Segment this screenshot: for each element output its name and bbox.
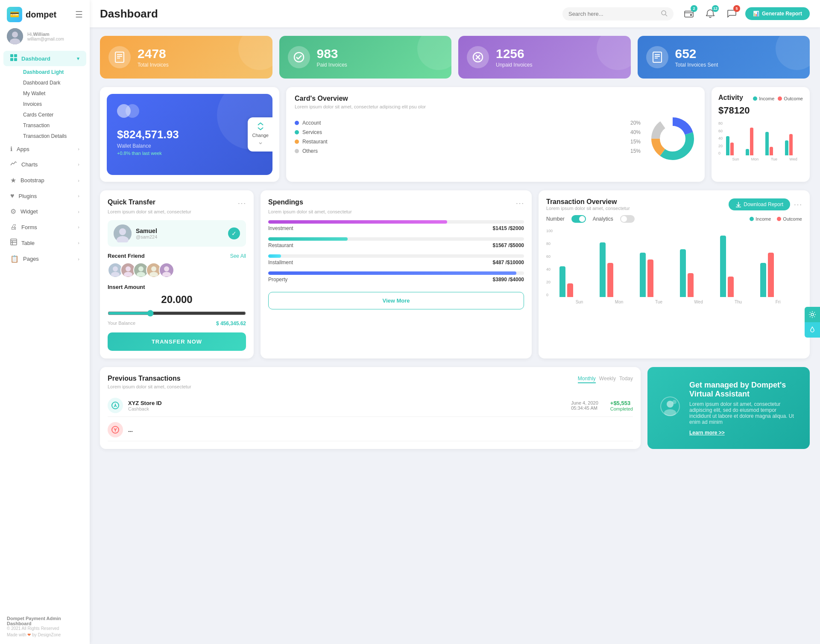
quick-transfer-menu[interactable]: ⋯: [237, 198, 246, 208]
txn-date: June 4, 2020 05:34:45 AM: [571, 400, 598, 411]
sidebar-item-bootstrap[interactable]: ★ Bootstrap ›: [3, 173, 86, 188]
number-toggle[interactable]: [571, 215, 586, 223]
svg-point-41: [138, 266, 144, 271]
others-dot: [295, 149, 299, 153]
page-title: Dashboard: [100, 7, 158, 20]
va-subtitle: Lorem ipsum dolor sit amet, consectetur …: [689, 401, 798, 425]
sidebar-item-table[interactable]: Table ›: [3, 235, 86, 251]
sub-transaction-details[interactable]: Transaction Details: [16, 131, 86, 141]
content-area: 2478 Total Invoices 983 Paid Invoices: [90, 27, 820, 644]
sidebar-item-plugins[interactable]: ♥ Plugins ›: [3, 189, 86, 203]
filter-monthly[interactable]: Monthly: [578, 375, 596, 383]
txn-sun-outcome: [567, 283, 573, 297]
txn-overview-menu[interactable]: ⋯: [794, 199, 802, 210]
mon-income-bar: [746, 149, 749, 155]
txn-cashback-icon: [108, 398, 123, 413]
svg-point-59: [811, 313, 814, 316]
activity-amount: $78120: [718, 105, 803, 116]
change-label: Change: [252, 133, 269, 138]
tue-income-bar: [765, 132, 769, 155]
sent-invoices-icon: [646, 46, 668, 68]
sub-dashboard-dark[interactable]: Dashboard Dark: [16, 78, 86, 88]
transaction-overview-card: Transaction Overview Lorem ipsum dolor s…: [539, 190, 810, 358]
generate-report-button[interactable]: 📊 Generate Report: [745, 7, 810, 20]
card-overview-subtitle: Lorem ipsum dolor sit amet, consectetur …: [295, 104, 696, 109]
y-axis: 80 60 40 20 0: [718, 121, 723, 155]
bell-badge: 12: [712, 5, 719, 12]
toggle-analytics-label: Analytics: [593, 216, 613, 222]
heart-icon: ❤: [27, 632, 31, 637]
txn-overview-header: Transaction Overview Lorem ipsum dolor s…: [546, 198, 802, 211]
wallet-change-button[interactable]: Change: [248, 117, 272, 152]
txn-legend: Income Outcome: [750, 216, 802, 221]
sidebar-item-pages[interactable]: 📋 Pages ›: [3, 251, 86, 266]
table-row: XYZ Store ID Cashback June 4, 2020 05:34…: [108, 394, 633, 417]
sidebar-pages-label: Pages: [23, 256, 39, 262]
paid-invoices-icon: [288, 46, 310, 68]
txn-store-name-2: ...: [128, 427, 133, 433]
stat-card-paid-invoices: 983 Paid Invoices: [279, 36, 452, 79]
widget-icon: ⚙: [10, 207, 16, 216]
installment-bar: [268, 254, 281, 258]
restaurant-dot: [295, 140, 299, 144]
sub-cards-center[interactable]: Cards Center: [16, 110, 86, 120]
arrow-right-icon: ›: [78, 224, 79, 230]
txn-thu-income: [720, 236, 726, 297]
bell-icon-btn[interactable]: 12: [703, 6, 718, 21]
theme-panel-button[interactable]: [805, 322, 820, 338]
filter-weekly[interactable]: Weekly: [599, 375, 616, 383]
analytics-toggle[interactable]: [620, 215, 635, 223]
settings-panel-button[interactable]: [805, 307, 820, 322]
wallet-icon-btn[interactable]: 2: [681, 6, 697, 21]
va-learn-more-link[interactable]: Learn more >>: [689, 430, 725, 436]
stat-card-sent-invoices: 652 Total Invoices Sent: [638, 36, 810, 79]
hamburger-btn[interactable]: ☰: [75, 9, 83, 20]
sub-transaction[interactable]: Transaction: [16, 120, 86, 131]
amount-slider[interactable]: [108, 310, 246, 317]
sidebar-item-widget[interactable]: ⚙ Widget ›: [3, 204, 86, 219]
select-user-check[interactable]: ✓: [228, 227, 240, 239]
svg-point-44: [151, 266, 156, 271]
spending-investment: Investment $1415 /$2000: [268, 220, 524, 231]
sidebar: 💳 dompet ☰ Hi,William william@gmail.com …: [0, 0, 90, 644]
friend-avatar-5[interactable]: [159, 262, 174, 278]
txn-sun-income: [559, 266, 565, 297]
chat-icon-btn[interactable]: 5: [724, 6, 739, 21]
outcome-dot: [778, 96, 782, 101]
search-bar: [562, 7, 674, 20]
sidebar-item-forms[interactable]: 🖨 Forms ›: [3, 220, 86, 234]
investment-bar: [268, 220, 447, 224]
sidebar-widget-label: Widget: [20, 208, 38, 215]
prev-txn-subtitle: Lorem ipsum dolor sit amet, consectetur: [108, 384, 191, 389]
see-all-button[interactable]: See All: [230, 253, 246, 259]
filter-today[interactable]: Today: [619, 375, 633, 383]
sub-invoices[interactable]: Invoices: [16, 99, 86, 109]
featured-user: Samuel @sam224 ✓: [108, 220, 246, 247]
forms-icon: 🖨: [10, 223, 17, 231]
property-bar: [268, 271, 516, 275]
va-icon: [659, 396, 681, 421]
unpaid-invoices-icon: [467, 46, 489, 68]
sidebar-item-dashboard[interactable]: Dashboard ▾: [3, 51, 86, 66]
sidebar-item-apps[interactable]: ℹ Apps ›: [3, 142, 86, 156]
logo-icon: 💳: [7, 7, 22, 22]
svg-rect-13: [685, 11, 693, 17]
sidebar-footer: Dompet Payment Admin Dashboard © 2021 Al…: [0, 611, 90, 637]
txn-y-axis: 100 80 60 40 20 0: [546, 229, 553, 297]
spendings-menu[interactable]: ⋯: [515, 198, 524, 208]
view-more-button[interactable]: View More: [268, 292, 524, 309]
sub-my-wallet[interactable]: My Wallet: [16, 88, 86, 99]
overview-others-row: Others 15%: [295, 148, 641, 154]
search-input[interactable]: [568, 11, 657, 17]
sub-dashboard-light[interactable]: Dashboard Light: [16, 67, 86, 77]
sidebar-charts-label: Charts: [21, 161, 38, 168]
outcome-legend: Outcome: [778, 96, 803, 101]
income-dot: [753, 96, 757, 101]
featured-user-handle: @sam224: [136, 234, 157, 239]
pie-chart: [649, 115, 696, 162]
wallet-change: +0.8% than last week: [117, 151, 262, 156]
transfer-now-button[interactable]: TRANSFER NOW: [108, 332, 246, 351]
download-report-button[interactable]: Download Report: [729, 198, 790, 210]
txn-overview-subtitle: Lorem ipsum dolor sit amet, consectetur: [546, 206, 630, 211]
sidebar-item-charts[interactable]: Charts ›: [3, 157, 86, 172]
